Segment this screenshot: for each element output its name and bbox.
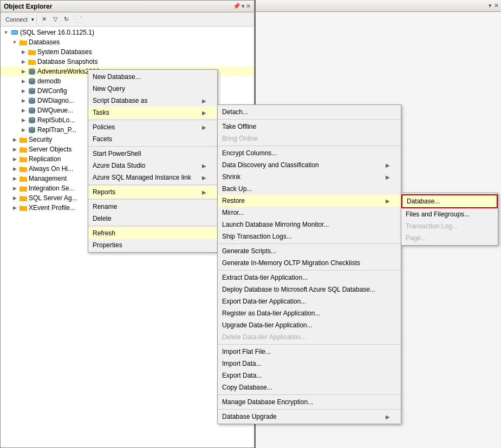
menu-item-register-datatier[interactable]: Register as Data-tier Application... [218, 307, 401, 319]
connect-arrow-icon: ▾ [31, 17, 34, 22]
db-icon-dwqueue [28, 106, 36, 115]
menu-item-ship-transaction[interactable]: Ship Transaction Logs... [218, 230, 401, 242]
databases-label: Databases [29, 38, 60, 46]
menu-item-upgrade-datatier[interactable]: Upgrade Data-tier Application... [218, 319, 401, 331]
folder-icon-databases [19, 38, 28, 47]
menu-item-azure-data-studio-label: Azure Data Studio [93, 162, 198, 169]
menu-item-restore-page[interactable]: Page... [401, 232, 498, 244]
dwconfig-label: DWConfig [37, 87, 67, 95]
expander-dwqueue: ▶ [19, 106, 28, 115]
menu-item-refresh[interactable]: Refresh [88, 227, 217, 239]
menu-item-facets[interactable]: Facets [88, 133, 217, 145]
menu-item-script-database[interactable]: Script Database as ▶ [88, 95, 217, 107]
minimize-icon[interactable]: ▾ [242, 3, 245, 10]
right-titlebar: ▾ ✕ [256, 0, 501, 12]
repltran-label: ReplTran_P... [37, 126, 76, 134]
menu-item-new-database[interactable]: New Database... [88, 71, 217, 83]
menu-item-tasks[interactable]: Tasks ▶ Detach... Take Offline Bring Onl… [88, 107, 217, 118]
menu-item-copy-database[interactable]: Copy Database... [218, 381, 401, 393]
menu-item-azure-data-studio[interactable]: Azure Data Studio ▶ [88, 160, 217, 172]
svg-point-9 [29, 88, 35, 91]
menu-item-import-data[interactable]: Import Data... [218, 358, 401, 370]
menu-item-detach[interactable]: Detach... [218, 106, 401, 118]
policies-arrow: ▶ [202, 124, 206, 130]
menu-item-encrypt-columns-label: Encrypt Columns... [222, 149, 390, 157]
menu-item-delete-datatier[interactable]: Delete Data-tier Application... [218, 331, 401, 343]
refresh-button[interactable]: ↻ [61, 14, 71, 24]
expander-replication: ▶ [10, 155, 19, 163]
menu-item-restore-label: Restore [222, 197, 381, 205]
menu-item-policies[interactable]: Policies ▶ [88, 121, 217, 133]
separator-cm1-2 [88, 146, 217, 147]
folder-icon-xevent [19, 203, 28, 212]
menu-item-restore-transaction[interactable]: Transaction Log... [401, 220, 498, 232]
menu-item-generate-inmemory[interactable]: Generate In-Memory OLTP Migration Checkl… [218, 257, 401, 269]
menu-item-data-discovery[interactable]: Data Discovery and Classification ▶ [218, 159, 401, 171]
folder-icon-server-objects [19, 145, 28, 154]
menu-item-properties[interactable]: Properties [88, 239, 217, 251]
menu-item-register-datatier-label: Register as Data-tier Application... [222, 309, 390, 317]
connect-button[interactable]: Connect [3, 15, 30, 24]
menu-item-new-query[interactable]: New Query [88, 83, 217, 95]
tasks-arrow: ▶ [202, 110, 206, 116]
minimize-right-icon[interactable]: ▾ [489, 2, 492, 9]
folder-icon-management [19, 174, 28, 183]
close-right-icon[interactable]: ✕ [494, 2, 499, 9]
menu-item-import-data-label: Import Data... [222, 360, 390, 367]
menu-item-delete-datatier-label: Delete Data-tier Application... [222, 333, 390, 341]
menu-item-restore-files[interactable]: Files and Filegroups... [401, 208, 498, 220]
object-explorer-titlebar: Object Explorer 📌 ▾ ✕ [1, 1, 254, 12]
menu-item-encrypt-columns[interactable]: Encrypt Columns... [218, 147, 401, 159]
svg-point-13 [29, 108, 35, 110]
menu-item-rename[interactable]: Rename [88, 201, 217, 213]
folder-icon-snapshots [28, 57, 36, 66]
disconnect-button[interactable]: ✕ [39, 14, 49, 24]
context-menu-1: New Database... New Query Script Databas… [88, 69, 218, 253]
tree-item-databases[interactable]: ▼ Databases [1, 37, 254, 47]
svg-point-15 [29, 117, 35, 120]
menu-item-export-data[interactable]: Export Data... [218, 370, 401, 381]
tree-item-system-db[interactable]: ▶ System Databases [1, 47, 254, 57]
menu-item-back-up[interactable]: Back Up... [218, 183, 401, 195]
menu-item-take-offline[interactable]: Take Offline [218, 121, 401, 133]
svg-rect-0 [11, 30, 18, 35]
menu-item-upgrade-datatier-label: Upgrade Data-tier Application... [222, 321, 390, 329]
menu-item-deploy-azure-label: Deploy Database to Microsoft Azure SQL D… [222, 286, 390, 293]
expander-demodb: ▶ [19, 77, 28, 85]
tree-item-snapshots[interactable]: ▶ Database Snapshots [1, 57, 254, 67]
menu-item-ship-transaction-label: Ship Transaction Logs... [222, 233, 390, 240]
menu-item-launch-mirroring[interactable]: Launch Database Mirroring Monitor... [218, 219, 401, 230]
menu-item-shrink[interactable]: Shrink ▶ [218, 171, 401, 183]
menu-item-deploy-azure[interactable]: Deploy Database to Microsoft Azure SQL D… [218, 284, 401, 295]
menu-item-import-flat[interactable]: Import Flat File... [218, 346, 401, 358]
expander-repltran: ▶ [19, 126, 28, 134]
menu-item-generate-scripts[interactable]: Generate Scripts... [218, 245, 401, 257]
separator-cm1-1 [88, 120, 217, 120]
separator-tasks-7 [218, 409, 401, 410]
close-icon[interactable]: ✕ [246, 3, 251, 10]
pin-icon[interactable]: 📌 [233, 3, 240, 10]
menu-item-start-powershell[interactable]: Start PowerShell [88, 148, 217, 160]
menu-item-export-datatier[interactable]: Export Data-tier Application... [218, 295, 401, 307]
separator-cm1-5 [88, 226, 217, 226]
db-icon-dwconfig [28, 87, 36, 95]
menu-item-mirror-label: Mirror... [222, 209, 390, 216]
filter-button[interactable]: ▽ [50, 14, 60, 24]
new-query-button[interactable]: 📄 [73, 14, 86, 24]
always-on-label: Always On Hi... [29, 165, 73, 173]
menu-item-reports[interactable]: Reports ▶ [88, 186, 217, 198]
expander-management: ▶ [10, 174, 19, 183]
menu-item-manage-encryption[interactable]: Manage Database Encryption... [218, 396, 401, 408]
menu-item-delete[interactable]: Delete [88, 213, 217, 225]
menu-item-mirror[interactable]: Mirror... [218, 207, 401, 219]
menu-item-restore[interactable]: Restore ▶ Database... Files and Filegrou… [218, 195, 401, 207]
menu-item-extract-datatier[interactable]: Extract Data-tier Application... [218, 272, 401, 284]
expander-snapshots: ▶ [19, 57, 28, 66]
menu-item-database-upgrade[interactable]: Database Upgrade ▶ [218, 411, 401, 423]
menu-item-azure-sql-managed[interactable]: Azure SQL Managed Instance link ▶ [88, 172, 217, 183]
tree-item-root[interactable]: ▼ (SQL Server 16.0.1125.1) [1, 28, 254, 37]
menu-item-bring-online[interactable]: Bring Online [218, 133, 401, 144]
db-icon-demodb [28, 77, 36, 85]
menu-item-restore-database[interactable]: Database... [401, 194, 498, 208]
menu-item-launch-mirroring-label: Launch Database Mirroring Monitor... [222, 221, 390, 228]
